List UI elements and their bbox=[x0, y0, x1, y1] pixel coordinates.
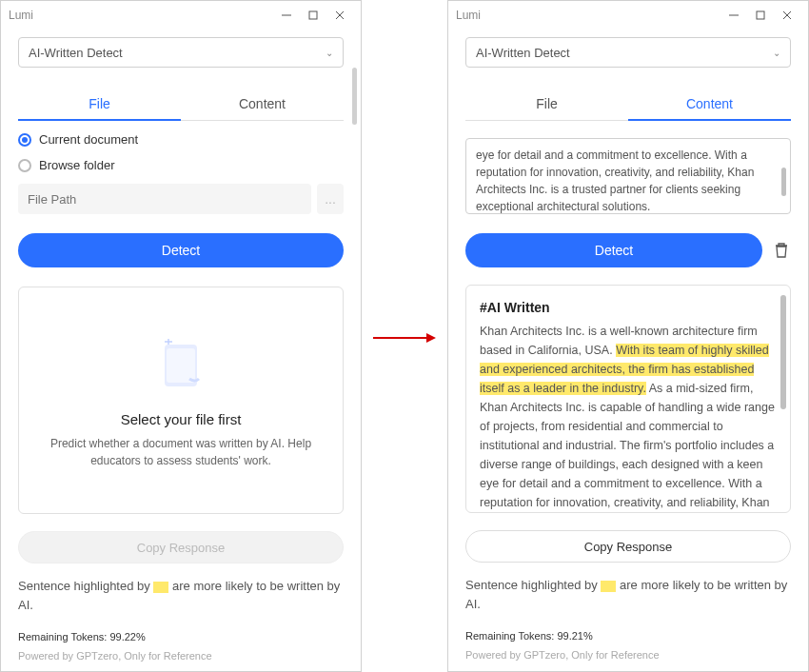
svg-rect-1 bbox=[309, 11, 317, 19]
radio-current-document[interactable]: Current document bbox=[18, 132, 344, 147]
copy-response-button[interactable]: Copy Response bbox=[465, 530, 791, 563]
empty-title: Select your file first bbox=[121, 411, 242, 427]
dropdown-label: AI-Written Detect bbox=[29, 46, 123, 60]
trash-icon[interactable] bbox=[772, 241, 791, 260]
titlebar: Lumi bbox=[1, 1, 361, 30]
window-left: Lumi AI-Written Detect ⌄ File Content Cu… bbox=[0, 0, 362, 672]
filepath-input[interactable] bbox=[18, 184, 311, 214]
highlight-swatch-icon bbox=[153, 582, 168, 593]
dropdown-label: AI-Written Detect bbox=[476, 46, 570, 60]
radio-label: Browse folder bbox=[39, 158, 114, 172]
svg-marker-9 bbox=[426, 333, 436, 343]
close-button[interactable] bbox=[774, 2, 800, 29]
scrollbar[interactable] bbox=[780, 295, 786, 409]
window-right: Lumi AI-Written Detect ⌄ File Content ey… bbox=[447, 0, 809, 672]
highlight-hint: Sentence highlighted by are more likely … bbox=[18, 577, 344, 614]
chevron-down-icon: ⌄ bbox=[773, 48, 780, 58]
tabs: File Content bbox=[465, 89, 791, 121]
result-heading: #AI Written bbox=[480, 297, 777, 318]
chevron-down-icon: ⌄ bbox=[326, 48, 333, 58]
detect-button[interactable]: Detect bbox=[465, 233, 762, 267]
tab-content[interactable]: Content bbox=[181, 89, 344, 121]
radio-icon bbox=[18, 159, 31, 172]
powered-by: Powered by GPTzero, Only for Reference bbox=[465, 649, 791, 661]
minimize-button[interactable] bbox=[273, 2, 300, 29]
titlebar: Lumi bbox=[448, 1, 808, 30]
radio-icon bbox=[18, 133, 31, 147]
svg-rect-11 bbox=[757, 11, 764, 19]
maximize-button[interactable] bbox=[747, 2, 774, 29]
powered-by: Powered by GPTzero, Only for Reference bbox=[18, 650, 344, 662]
filepath-row: ... bbox=[18, 184, 344, 214]
close-button[interactable] bbox=[326, 2, 353, 29]
arrow-icon bbox=[371, 328, 438, 347]
browse-button[interactable]: ... bbox=[317, 184, 344, 214]
highlight-swatch-icon bbox=[601, 581, 616, 592]
mode-dropdown[interactable]: AI-Written Detect ⌄ bbox=[465, 37, 791, 68]
result-text: As a mid-sized firm, Khan Architects Inc… bbox=[480, 382, 775, 513]
remaining-tokens: Remaining Tokens: 99.21% bbox=[465, 630, 791, 642]
mode-dropdown[interactable]: AI-Written Detect ⌄ bbox=[18, 37, 344, 68]
remaining-tokens: Remaining Tokens: 99.22% bbox=[18, 631, 344, 642]
copy-response-button: Copy Response bbox=[18, 531, 344, 563]
result-panel-empty: Select your file first Predict whether a… bbox=[18, 287, 344, 514]
app-title: Lumi bbox=[456, 9, 720, 22]
content-textarea[interactable]: eye for detail and a commitment to excel… bbox=[465, 138, 791, 214]
radio-label: Current document bbox=[39, 132, 138, 147]
maximize-button[interactable] bbox=[300, 2, 326, 29]
scrollbar[interactable] bbox=[781, 168, 786, 196]
tab-file[interactable]: File bbox=[465, 89, 628, 121]
highlight-hint: Sentence highlighted by are more likely … bbox=[465, 576, 791, 613]
app-title: Lumi bbox=[9, 9, 273, 22]
detect-button[interactable]: Detect bbox=[18, 233, 344, 267]
empty-desc: Predict whether a document was written b… bbox=[34, 435, 327, 469]
svg-rect-5 bbox=[167, 348, 195, 383]
tab-file[interactable]: File bbox=[18, 89, 181, 121]
radio-browse-folder[interactable]: Browse folder bbox=[18, 158, 344, 172]
result-panel: #AI Written Khan Architects Inc. is a we… bbox=[465, 285, 791, 513]
tabs: File Content bbox=[18, 89, 344, 121]
file-placeholder-icon bbox=[148, 331, 214, 398]
minimize-button[interactable] bbox=[720, 2, 747, 29]
scrollbar[interactable] bbox=[352, 68, 357, 125]
tab-content[interactable]: Content bbox=[628, 89, 791, 121]
